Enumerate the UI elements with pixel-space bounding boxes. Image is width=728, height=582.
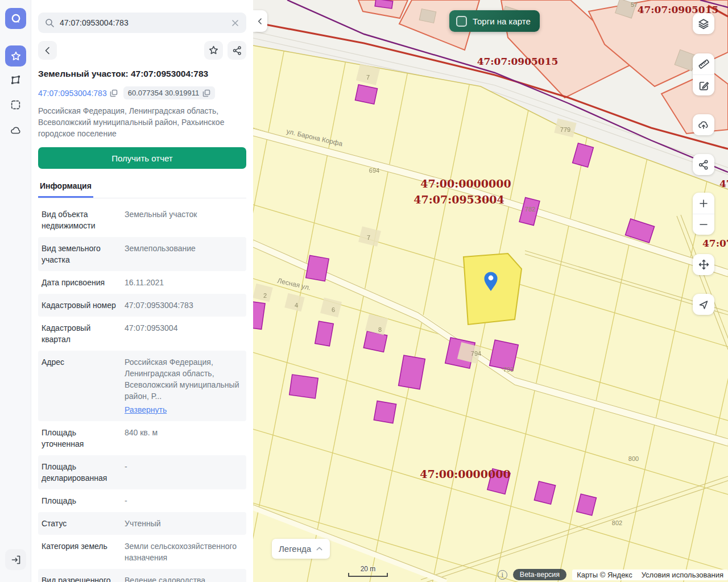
info-row-label: Кадастровый номер [42, 300, 120, 311]
pan-control [693, 254, 714, 275]
layers-control [693, 13, 714, 34]
info-row-label: Адрес [42, 356, 120, 415]
torgi-map-toggle[interactable]: Торги на карте [449, 10, 540, 32]
map-canvas[interactable]: 47:07:090501547:07:090501547:00:00000004… [253, 0, 728, 582]
info-row-label: Категория земель [42, 541, 120, 563]
info-row: Вид разрешенногоВедение садоводства [38, 569, 246, 582]
info-row: Кадастровый квартал47:07:0953004 [38, 317, 246, 351]
info-row: Площадь уточненная840 кв. м [38, 421, 246, 455]
info-row-label: Вид объекта недвижимости [42, 209, 120, 231]
info-row: Вид земельного участкаЗемлепользование [38, 237, 246, 271]
polygon-tool-button[interactable] [5, 69, 26, 90]
favorite-object-button[interactable] [204, 41, 223, 60]
info-row-value: Земельный участок [120, 209, 243, 231]
info-row: Категория земельЗемли сельскохозяйственн… [38, 535, 246, 569]
sign-in-icon [10, 554, 22, 566]
info-row-label: Дата присвоения [42, 277, 120, 288]
cloud-button[interactable] [5, 120, 26, 141]
copy-icon [110, 89, 118, 97]
info-row-value: Землепользование [120, 243, 243, 265]
layers-button[interactable] [693, 13, 714, 34]
search-bar [38, 13, 246, 33]
geolocation-button[interactable] [693, 294, 714, 315]
app-logo[interactable] [5, 8, 26, 29]
marquee-select-button[interactable] [5, 94, 26, 115]
get-report-button[interactable]: Получить отчет [38, 147, 246, 169]
geolocation-control [693, 294, 714, 315]
selected-parcel-shape[interactable] [464, 253, 522, 325]
tab-information[interactable]: Информация [38, 178, 93, 198]
object-address: Российская Федерация, Ленинградская обла… [38, 105, 246, 139]
ruler-button[interactable] [693, 53, 714, 74]
back-button[interactable] [38, 41, 57, 60]
info-row-label: Площадь [42, 495, 120, 506]
pan-button[interactable] [693, 254, 714, 275]
info-row: АдресРоссийская Федерация, Ленинградская… [38, 351, 246, 421]
plus-icon [698, 198, 709, 209]
coordinates-chip: 60.077354 30.919911 [123, 86, 216, 99]
chevron-left-icon [257, 18, 264, 25]
page-title: Земельный участок: 47:07:0953004:783 [38, 69, 246, 79]
clear-search-icon[interactable] [231, 19, 239, 27]
info-row-label: Статус [42, 518, 120, 529]
map-attribution: i Beta-версия Карты © Яндекс Условия исп… [498, 569, 728, 580]
info-row-value: 16.11.2021 [120, 277, 243, 288]
share-map-button[interactable] [693, 154, 714, 175]
terms-of-use-link[interactable]: Условия использования [642, 571, 723, 579]
legend-button[interactable]: Легенда [272, 539, 330, 559]
info-table: Вид объекта недвижимостиЗемельный участо… [38, 203, 246, 582]
zoom-out-button[interactable] [693, 214, 714, 235]
detail-panel: Земельный участок: 47:07:0953004:783 47:… [31, 0, 253, 582]
sign-in-button[interactable] [5, 549, 26, 570]
search-icon [45, 18, 55, 28]
beta-badge: Beta-версия [513, 569, 566, 580]
info-row-value: 47:07:0953004 [120, 322, 243, 345]
info-row-label: Площадь декларированная [42, 461, 120, 484]
cloud-upload-icon [697, 119, 710, 131]
info-row-value: - [120, 461, 243, 484]
info-row-value: Российская Федерация, Ленинградская обла… [120, 356, 243, 415]
info-row: СтатусУчтенный [38, 512, 246, 535]
upload-control [693, 114, 714, 135]
zoom-in-button[interactable] [693, 193, 714, 214]
info-row-label: Площадь уточненная [42, 427, 120, 450]
polygon-icon [10, 74, 22, 86]
location-arrow-icon [698, 299, 709, 310]
maps-copyright-link[interactable]: Карты © Яндекс [577, 571, 632, 579]
object-toolbar [38, 41, 246, 60]
share-object-button[interactable] [228, 41, 246, 60]
tab-bar: Информация [38, 178, 246, 198]
scale-label: 20 m [348, 565, 388, 573]
share-map-control [693, 154, 714, 175]
info-row-value: Земли сельскохозяйственного назначения [120, 541, 243, 563]
info-row-label: Вид разрешенного [42, 575, 120, 582]
zoom-control [693, 193, 714, 235]
chevron-up-icon [316, 545, 323, 552]
info-row-label: Вид земельного участка [42, 243, 120, 265]
favorites-button[interactable] [5, 45, 26, 66]
collapse-panel-button[interactable] [253, 10, 267, 32]
info-row-label: Кадастровый квартал [42, 322, 120, 345]
torgi-checkbox[interactable] [456, 16, 467, 27]
info-icon[interactable]: i [498, 570, 507, 580]
ruler-icon [698, 58, 710, 70]
info-row-value: - [120, 495, 243, 506]
icon-rail [0, 0, 31, 582]
chevron-left-icon [43, 46, 52, 55]
info-row: Кадастровый номер47:07:0953004:783 [38, 294, 246, 317]
cadastral-number-link[interactable]: 47:07:0953004:783 [38, 89, 118, 98]
layers-icon [697, 18, 710, 30]
minus-icon [698, 219, 709, 230]
info-row: Площадь- [38, 489, 246, 512]
star-icon [10, 51, 22, 62]
scale-bar: 20 m [348, 565, 388, 577]
draw-button[interactable] [693, 74, 714, 95]
info-row: Площадь декларированная- [38, 455, 246, 489]
move-icon [698, 259, 710, 271]
share-icon [232, 45, 242, 56]
upload-button[interactable] [693, 114, 714, 135]
search-input[interactable] [60, 18, 226, 27]
share-icon [698, 159, 709, 171]
copy-icon[interactable] [202, 89, 210, 97]
expand-address-link[interactable]: Развернуть [125, 404, 167, 415]
